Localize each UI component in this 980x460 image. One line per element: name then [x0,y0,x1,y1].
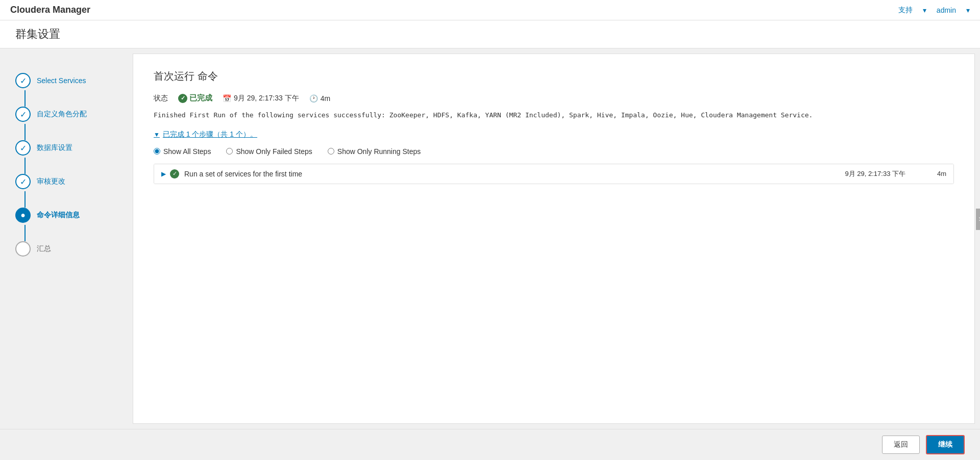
step-icon-command-details: ● [15,208,31,223]
continue-button[interactable]: 继续 [926,435,965,454]
sidebar-label-summary: 汇总 [37,244,51,253]
steps-summary-text: 已完成 1 个步骤（共 1 个）。 [163,130,257,139]
chevron-down-icon: ▼ [154,131,160,138]
admin-link[interactable]: admin [937,6,956,14]
main-layout: ✓ Select Services ✓ 自定义角色分配 ✓ 数据库设置 ✓ 审核… [0,48,980,429]
step-icon-select-services: ✓ [15,73,31,88]
table-row: ▶ ✓ Run a set of services for the first … [154,164,953,184]
status-text: 已完成 [189,93,212,103]
expand-icon[interactable]: ▶ [161,170,166,177]
page-title: 群集设置 [15,27,965,42]
logo-text: Cloudera [10,5,50,15]
description-text: Finished First Run of the following serv… [154,110,954,121]
back-button[interactable]: 返回 [882,436,920,454]
logo-bold: Manager [53,5,90,15]
radio-show-all-input[interactable] [154,148,160,155]
page-title-bar: 群集设置 [0,20,980,48]
app-logo: Cloudera Manager [10,5,90,15]
content-title: 首次运行 命令 [154,69,954,83]
radio-show-running[interactable]: Show Only Running Steps [328,147,421,156]
radio-show-failed[interactable]: Show Only Failed Steps [226,147,312,156]
status-label: 状态 [154,94,168,103]
status-row: 状态 ✓ 已完成 📅 9月 29, 2:17:33 下午 🕐 4m [154,93,954,103]
radio-show-running-input[interactable] [328,148,334,155]
radio-show-all[interactable]: Show All Steps [154,147,211,156]
sidebar: ✓ Select Services ✓ 自定义角色分配 ✓ 数据库设置 ✓ 审核… [0,48,133,429]
feedback-tab[interactable]: Feedback [976,209,980,230]
steps-summary-link[interactable]: ▼ 已完成 1 个步骤（共 1 个）。 [154,130,954,139]
completed-check-icon: ✓ [178,94,187,103]
radio-show-failed-input[interactable] [226,148,233,155]
radio-show-all-label: Show All Steps [163,147,211,156]
support-link[interactable]: 支持 [898,6,913,15]
sidebar-label-review-changes: 审核更改 [37,177,65,186]
step-duration: 4m [926,170,946,177]
calendar-icon: 📅 [223,94,231,103]
clock-icon: 🕐 [309,94,318,103]
step-date: 9月 29, 2:17:33 下午 [845,169,905,178]
status-date: 📅 9月 29, 2:17:33 下午 [223,94,299,103]
sidebar-item-summary: 汇总 [10,232,122,266]
sidebar-label-db-settings: 数据库设置 [37,143,72,152]
sidebar-item-select-services[interactable]: ✓ Select Services [10,64,122,97]
step-check-icon: ✓ [170,169,179,178]
date-text: 9月 29, 2:17:33 下午 [234,94,299,103]
sidebar-item-command-details[interactable]: ● 命令详细信息 [10,198,122,232]
sidebar-item-custom-roles[interactable]: ✓ 自定义角色分配 [10,97,122,131]
radio-group: Show All Steps Show Only Failed Steps Sh… [154,147,954,156]
sidebar-label-command-details: 命令详细信息 [37,211,80,220]
nav-arrow-admin: ▾ [966,6,970,14]
step-icon-review-changes: ✓ [15,174,31,189]
sidebar-label-select-services: Select Services [37,76,86,85]
radio-show-failed-label: Show Only Failed Steps [236,147,312,156]
content-area: 首次运行 命令 状态 ✓ 已完成 📅 9月 29, 2:17:33 下午 🕐 4… [133,54,975,424]
step-icon-custom-roles: ✓ [15,107,31,122]
nav-arrow-support: ▾ [923,6,926,14]
radio-show-running-label: Show Only Running Steps [337,147,421,156]
step-icon-summary [15,241,31,257]
step-name: Run a set of services for the first time [184,170,845,178]
sidebar-item-db-settings[interactable]: ✓ 数据库设置 [10,131,122,165]
sidebar-item-review-changes[interactable]: ✓ 审核更改 [10,165,122,198]
sidebar-label-custom-roles: 自定义角色分配 [37,110,87,119]
top-nav: Cloudera Manager 支持 ▾ admin ▾ [0,0,980,20]
step-icon-db-settings: ✓ [15,140,31,156]
status-duration: 🕐 4m [309,94,330,103]
status-completed: ✓ 已完成 [178,93,212,103]
steps-table: ▶ ✓ Run a set of services for the first … [154,164,954,184]
bottom-bar: 返回 继续 [0,429,980,459]
duration-text: 4m [321,94,330,103]
nav-right: 支持 ▾ admin ▾ [898,6,970,15]
